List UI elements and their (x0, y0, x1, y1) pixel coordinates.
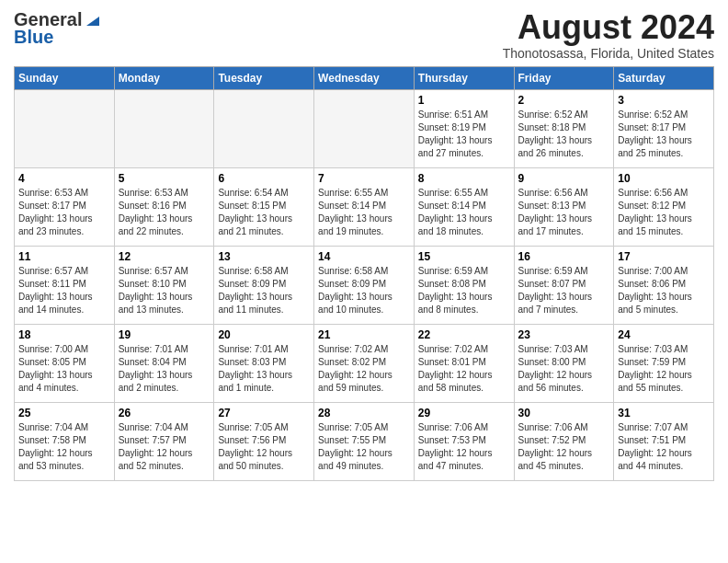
day-number: 18 (18, 328, 110, 341)
calendar-cell: 13Sunrise: 6:58 AM Sunset: 8:09 PM Dayli… (214, 246, 314, 324)
weekday-header-sunday: Sunday (15, 66, 115, 89)
title-block: August 2024 Thonotosassa, Florida, Unite… (503, 9, 714, 61)
day-info: Sunrise: 7:03 AM Sunset: 8:00 PM Dayligh… (518, 343, 610, 395)
day-number: 23 (518, 328, 610, 341)
day-number: 31 (618, 407, 710, 419)
calendar-cell: 19Sunrise: 7:01 AM Sunset: 8:04 PM Dayli… (114, 324, 214, 402)
day-number: 14 (318, 250, 410, 263)
day-info: Sunrise: 6:52 AM Sunset: 8:18 PM Dayligh… (518, 109, 610, 160)
day-info: Sunrise: 7:04 AM Sunset: 7:58 PM Dayligh… (18, 421, 110, 473)
calendar-cell: 25Sunrise: 7:04 AM Sunset: 7:58 PM Dayli… (15, 402, 115, 480)
day-info: Sunrise: 6:56 AM Sunset: 8:12 PM Dayligh… (618, 187, 710, 238)
calendar-cell: 1Sunrise: 6:51 AM Sunset: 8:19 PM Daylig… (414, 89, 514, 167)
calendar-cell: 8Sunrise: 6:55 AM Sunset: 8:14 PM Daylig… (414, 167, 514, 246)
day-number: 10 (618, 172, 710, 185)
day-number: 5 (119, 172, 210, 185)
day-info: Sunrise: 7:01 AM Sunset: 8:03 PM Dayligh… (218, 343, 310, 395)
calendar-cell: 6Sunrise: 6:54 AM Sunset: 8:15 PM Daylig… (214, 167, 314, 246)
day-number: 24 (618, 328, 710, 341)
day-number: 21 (318, 328, 410, 341)
day-info: Sunrise: 6:54 AM Sunset: 8:15 PM Dayligh… (218, 187, 310, 238)
weekday-header-tuesday: Tuesday (214, 66, 314, 89)
day-info: Sunrise: 7:07 AM Sunset: 7:51 PM Dayligh… (618, 421, 710, 473)
logo: General Blue (14, 9, 99, 48)
day-number: 9 (518, 172, 610, 185)
day-info: Sunrise: 7:03 AM Sunset: 7:59 PM Dayligh… (618, 343, 710, 395)
svg-marker-0 (86, 17, 99, 26)
calendar-cell: 18Sunrise: 7:00 AM Sunset: 8:05 PM Dayli… (15, 324, 115, 402)
weekday-header-thursday: Thursday (414, 66, 514, 89)
day-number: 15 (418, 250, 510, 263)
calendar-cell: 27Sunrise: 7:05 AM Sunset: 7:56 PM Dayli… (214, 402, 314, 480)
day-info: Sunrise: 7:00 AM Sunset: 8:06 PM Dayligh… (618, 265, 710, 316)
calendar-cell (314, 89, 415, 167)
day-info: Sunrise: 7:00 AM Sunset: 8:05 PM Dayligh… (18, 343, 110, 395)
day-info: Sunrise: 7:06 AM Sunset: 7:52 PM Dayligh… (518, 421, 610, 473)
day-number: 28 (318, 407, 410, 419)
day-number: 19 (119, 328, 210, 341)
calendar-cell: 21Sunrise: 7:02 AM Sunset: 8:02 PM Dayli… (314, 324, 415, 402)
day-info: Sunrise: 7:02 AM Sunset: 8:01 PM Dayligh… (418, 343, 510, 395)
day-number: 6 (218, 172, 310, 185)
day-number: 20 (218, 328, 310, 341)
page-header: General Blue August 2024 Thonotosassa, F… (14, 9, 714, 61)
calendar-cell (114, 89, 214, 167)
calendar-cell: 14Sunrise: 6:58 AM Sunset: 8:09 PM Dayli… (314, 246, 415, 324)
day-number: 30 (518, 407, 610, 419)
calendar-cell: 26Sunrise: 7:04 AM Sunset: 7:57 PM Dayli… (114, 402, 214, 480)
location: Thonotosassa, Florida, United States (503, 46, 714, 61)
calendar-cell: 29Sunrise: 7:06 AM Sunset: 7:53 PM Dayli… (414, 402, 514, 480)
logo-icon (83, 11, 99, 28)
day-info: Sunrise: 7:02 AM Sunset: 8:02 PM Dayligh… (318, 343, 410, 395)
calendar-cell: 16Sunrise: 6:59 AM Sunset: 8:07 PM Dayli… (514, 246, 614, 324)
month-year: August 2024 (503, 9, 714, 46)
day-number: 8 (418, 172, 510, 185)
calendar-cell: 24Sunrise: 7:03 AM Sunset: 7:59 PM Dayli… (614, 324, 714, 402)
day-info: Sunrise: 6:59 AM Sunset: 8:08 PM Dayligh… (418, 265, 510, 316)
week-row-5: 25Sunrise: 7:04 AM Sunset: 7:58 PM Dayli… (15, 402, 714, 480)
calendar-cell: 31Sunrise: 7:07 AM Sunset: 7:51 PM Dayli… (614, 402, 714, 480)
weekday-header-friday: Friday (514, 66, 614, 89)
weekday-header-row: SundayMondayTuesdayWednesdayThursdayFrid… (15, 66, 714, 89)
day-number: 11 (18, 250, 110, 263)
day-info: Sunrise: 7:05 AM Sunset: 7:56 PM Dayligh… (218, 421, 310, 473)
week-row-1: 1Sunrise: 6:51 AM Sunset: 8:19 PM Daylig… (15, 89, 714, 167)
calendar-cell: 9Sunrise: 6:56 AM Sunset: 8:13 PM Daylig… (514, 167, 614, 246)
calendar-cell: 2Sunrise: 6:52 AM Sunset: 8:18 PM Daylig… (514, 89, 614, 167)
calendar-cell: 11Sunrise: 6:57 AM Sunset: 8:11 PM Dayli… (15, 246, 115, 324)
week-row-4: 18Sunrise: 7:00 AM Sunset: 8:05 PM Dayli… (15, 324, 714, 402)
calendar-cell: 5Sunrise: 6:53 AM Sunset: 8:16 PM Daylig… (114, 167, 214, 246)
weekday-header-monday: Monday (114, 66, 214, 89)
calendar-cell: 4Sunrise: 6:53 AM Sunset: 8:17 PM Daylig… (15, 167, 115, 246)
day-info: Sunrise: 6:58 AM Sunset: 8:09 PM Dayligh… (318, 265, 410, 316)
day-number: 16 (518, 250, 610, 263)
day-number: 22 (418, 328, 510, 341)
calendar-cell: 17Sunrise: 7:00 AM Sunset: 8:06 PM Dayli… (614, 246, 714, 324)
calendar-cell: 23Sunrise: 7:03 AM Sunset: 8:00 PM Dayli… (514, 324, 614, 402)
calendar-cell: 12Sunrise: 6:57 AM Sunset: 8:10 PM Dayli… (114, 246, 214, 324)
calendar-table: SundayMondayTuesdayWednesdayThursdayFrid… (14, 66, 714, 481)
day-number: 4 (18, 172, 110, 185)
day-number: 7 (318, 172, 410, 185)
calendar-cell: 15Sunrise: 6:59 AM Sunset: 8:08 PM Dayli… (414, 246, 514, 324)
day-number: 3 (618, 94, 710, 107)
day-info: Sunrise: 6:51 AM Sunset: 8:19 PM Dayligh… (418, 109, 510, 160)
calendar-cell: 20Sunrise: 7:01 AM Sunset: 8:03 PM Dayli… (214, 324, 314, 402)
day-number: 13 (218, 250, 310, 263)
week-row-3: 11Sunrise: 6:57 AM Sunset: 8:11 PM Dayli… (15, 246, 714, 324)
day-number: 29 (418, 407, 510, 419)
day-info: Sunrise: 6:58 AM Sunset: 8:09 PM Dayligh… (218, 265, 310, 316)
day-number: 12 (119, 250, 210, 263)
day-number: 27 (218, 407, 310, 419)
day-info: Sunrise: 6:52 AM Sunset: 8:17 PM Dayligh… (618, 109, 710, 160)
calendar-cell: 3Sunrise: 6:52 AM Sunset: 8:17 PM Daylig… (614, 89, 714, 167)
day-number: 26 (119, 407, 210, 419)
day-info: Sunrise: 6:59 AM Sunset: 8:07 PM Dayligh… (518, 265, 610, 316)
day-info: Sunrise: 6:56 AM Sunset: 8:13 PM Dayligh… (518, 187, 610, 238)
day-info: Sunrise: 6:57 AM Sunset: 8:11 PM Dayligh… (18, 265, 110, 316)
day-info: Sunrise: 7:05 AM Sunset: 7:55 PM Dayligh… (318, 421, 410, 473)
day-number: 1 (418, 94, 510, 107)
calendar-cell: 30Sunrise: 7:06 AM Sunset: 7:52 PM Dayli… (514, 402, 614, 480)
day-number: 2 (518, 94, 610, 107)
day-info: Sunrise: 6:55 AM Sunset: 8:14 PM Dayligh… (418, 187, 510, 238)
